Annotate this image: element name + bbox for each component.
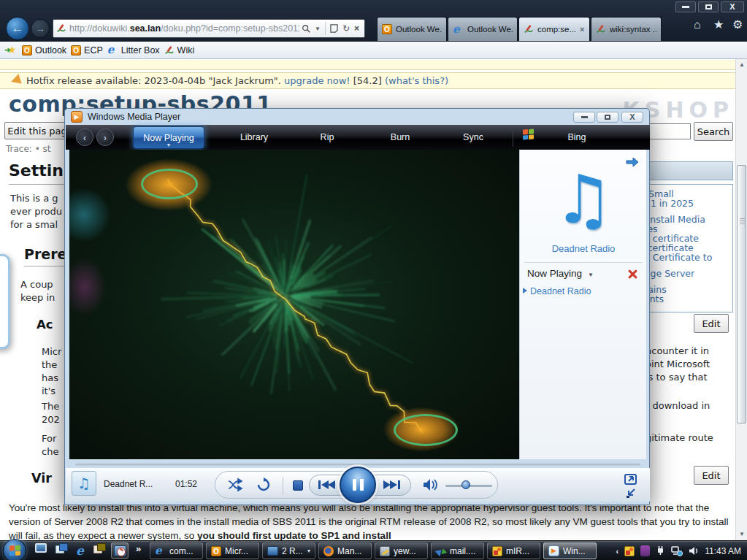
section-edit-button[interactable]: Edit — [694, 466, 729, 485]
previous-button[interactable] — [318, 479, 337, 491]
purple-app-tray-icon[interactable] — [640, 545, 650, 556]
scroll-up-icon[interactable]: ▲ — [736, 59, 747, 71]
quicklaunch-overflow-chevron[interactable]: » — [136, 543, 141, 554]
window-switcher-icon[interactable] — [55, 543, 67, 553]
stop-icon[interactable]: × — [354, 23, 359, 34]
url-path: /doku.php?id=comp:setup-sbs2011#ir — [161, 23, 299, 34]
station-link[interactable]: Deadnet Radio — [520, 243, 647, 254]
mute-speaker-icon[interactable] — [423, 478, 437, 491]
taskbar-button-label: mIR... — [506, 546, 529, 556]
power-plug-icon[interactable] — [656, 545, 665, 556]
volume-tray-icon[interactable] — [689, 546, 699, 556]
wmp-minimize-button[interactable] — [573, 112, 595, 123]
paragraph: Micrthehasit's — [42, 345, 61, 398]
favorite-ecp[interactable]: O ECP — [71, 45, 103, 55]
taskbar-button-label: Micr... — [225, 546, 248, 556]
firefox-icon — [323, 546, 334, 556]
taskbar-button-mirc[interactable]: mIR... — [487, 542, 540, 559]
browser-close-button[interactable]: X — [721, 1, 744, 12]
stop-button[interactable] — [293, 480, 303, 491]
tab-wiki-syntax[interactable]: wiki:syntax ... — [591, 17, 662, 41]
wiki-icon — [596, 24, 606, 34]
tools-gear-icon[interactable]: ⚙ — [732, 19, 743, 31]
favorites-star-icon[interactable]: ★ — [713, 19, 724, 31]
pause-button[interactable] — [340, 467, 376, 503]
scrollbar-thumb[interactable] — [737, 165, 746, 423]
wmp-tab-rip[interactable]: Rip — [298, 132, 356, 142]
favorite-litter-box[interactable]: e Litter Box — [107, 45, 160, 55]
wmp-tab-now-playing[interactable]: Now Playing ▼ — [133, 126, 204, 149]
whats-this-link[interactable]: (what's this?) — [385, 75, 448, 86]
wmp-tab-library[interactable]: Library — [225, 132, 283, 142]
panel-divider — [524, 262, 643, 263]
wmp-tab-bing[interactable]: Bing — [548, 132, 606, 142]
clear-list-icon[interactable] — [627, 269, 637, 279]
ie-icon: e — [453, 24, 464, 35]
windows-flag-icon — [9, 545, 20, 556]
mirc-tray-icon[interactable] — [624, 546, 635, 556]
sidebar-toc-links[interactable]: ft Small011 in 2025 e Install MediainesS… — [639, 189, 712, 304]
seek-bar[interactable] — [75, 464, 640, 466]
tab-outlook-web-1[interactable]: O Outlook We... — [377, 17, 447, 41]
favorite-label: ECP — [84, 45, 103, 55]
taskbar-button-yew[interactable]: yew... — [375, 542, 428, 559]
elapsed-time: 01:52 — [175, 479, 197, 489]
search-icon[interactable] — [302, 24, 310, 33]
wmp-restore-button[interactable] — [597, 112, 618, 123]
mirc-icon — [492, 546, 502, 556]
shuffle-icon[interactable] — [227, 477, 243, 492]
sidebar-edit-button[interactable]: Edit — [694, 314, 729, 333]
address-separator — [325, 22, 326, 35]
volume-thumb[interactable] — [461, 480, 470, 489]
favorite-wiki[interactable]: Wiki — [164, 45, 195, 55]
scroll-down-icon[interactable]: ▼ — [736, 529, 747, 540]
taskbar-button-ie[interactable]: e com... — [150, 542, 203, 559]
start-button[interactable] — [3, 539, 26, 560]
wmp-title: Windows Media Player — [88, 112, 180, 122]
ie-quicklaunch-icon[interactable]: e — [76, 543, 84, 558]
url-prefix: http://dokuwiki. — [69, 23, 130, 34]
fullscreen-icon[interactable] — [624, 474, 637, 485]
search-button[interactable]: Search — [694, 122, 733, 141]
show-desktop-icon[interactable] — [35, 543, 47, 553]
media-clock-app-icon[interactable] — [111, 542, 129, 559]
network-computers-icon[interactable] — [93, 543, 105, 553]
page-scrollbar[interactable]: ▲ ▼ — [735, 59, 747, 540]
tab-comp-setup-active[interactable]: comp:se... × — [518, 17, 590, 41]
address-bar[interactable]: http://dokuwiki.sea.lan/doku.php?id=comp… — [53, 19, 365, 38]
wmp-tab-burn[interactable]: Burn — [371, 132, 429, 142]
wmp-forward-icon[interactable]: › — [96, 129, 114, 146]
playlist-dropdown[interactable]: Now Playing▼ — [527, 268, 594, 279]
taskbar-button-remote-group[interactable]: 2 R... ▾ — [262, 542, 315, 559]
browser-minimize-button[interactable] — [675, 1, 696, 12]
green-ring-bottom — [394, 414, 458, 446]
wmp-back-icon[interactable]: ‹ — [76, 129, 93, 146]
network-tray-icon[interactable] — [671, 546, 683, 556]
search-dropdown-icon[interactable]: ▼ — [315, 26, 321, 32]
taskbar-button-outlook[interactable]: O Micr... — [206, 542, 259, 559]
next-button[interactable] — [382, 479, 401, 491]
refresh-icon[interactable]: ↻ — [342, 23, 350, 34]
repeat-icon[interactable] — [256, 477, 271, 492]
playlist-item[interactable]: Deadnet Radio — [530, 286, 591, 296]
browser-restore-button[interactable] — [698, 1, 719, 12]
back-button[interactable]: ← — [6, 17, 29, 40]
wmp-titlebar[interactable]: ▶ Windows Media Player — [65, 109, 649, 125]
tab-close-icon[interactable]: × — [580, 25, 584, 34]
tab-outlook-web-2[interactable]: e Outlook We... — [448, 17, 518, 41]
taskbar-button-firefox[interactable]: Man... — [318, 542, 372, 559]
forward-button[interactable]: → — [31, 19, 50, 38]
tray-expand-chevron[interactable]: ‹ — [616, 547, 619, 556]
upgrade-now-link[interactable]: upgrade now! — [284, 75, 350, 86]
favorite-outlook[interactable]: O Outlook — [22, 45, 66, 55]
taskbar-clock[interactable]: 11:43 AM — [705, 546, 741, 556]
wmp-tab-sync[interactable]: Sync — [444, 132, 502, 142]
taskbar-button-mail[interactable]: mail.... — [431, 542, 484, 559]
taskbar-button-wmp[interactable]: ▶ Win... — [543, 542, 597, 559]
wmp-close-button[interactable]: X — [621, 112, 643, 123]
wiki-favicon — [56, 23, 66, 34]
switch-to-library-icon[interactable] — [625, 488, 638, 499]
add-favorite-icon[interactable]: ★ ➜ — [6, 45, 18, 55]
home-icon[interactable]: ⌂ — [694, 19, 701, 31]
compatibility-view-icon[interactable] — [330, 24, 338, 33]
